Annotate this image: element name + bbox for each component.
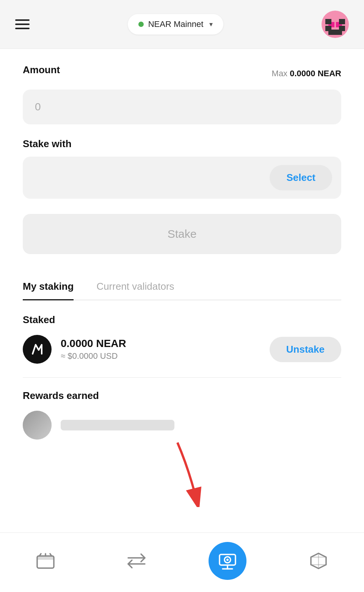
stake-button[interactable]: Stake: [23, 214, 341, 254]
avatar[interactable]: [322, 11, 349, 38]
nav-apps[interactable]: [296, 550, 341, 572]
staked-row: 0.0000 NEAR ≈ $0.0000 USD Unstake: [23, 335, 341, 364]
amount-label: Amount: [23, 64, 60, 76]
stake-nav-icon-active: [209, 542, 246, 580]
network-selector[interactable]: NEAR Mainnet ▾: [128, 14, 224, 35]
nav-stake[interactable]: [205, 542, 250, 580]
near-token-icon: [23, 335, 52, 364]
staked-near: 0.0000 NEAR: [61, 338, 126, 350]
nav-transfer[interactable]: [114, 550, 159, 572]
chevron-down-icon: ▾: [209, 20, 213, 28]
max-value: 0.0000 NEAR: [290, 69, 341, 78]
staked-usd: ≈ $0.0000 USD: [61, 351, 126, 361]
staked-amounts: 0.0000 NEAR ≈ $0.0000 USD: [61, 338, 126, 361]
nav-wallet[interactable]: [23, 550, 68, 572]
main-content: Amount Max 0.0000 NEAR Stake with Select…: [0, 49, 364, 500]
rewards-token-icon: [23, 411, 52, 440]
amount-header: Amount Max 0.0000 NEAR: [23, 64, 341, 83]
section-divider: [23, 377, 341, 378]
rewards-label: Rewards earned: [23, 390, 341, 402]
apps-icon: [308, 550, 329, 572]
select-validator-button[interactable]: Select: [270, 165, 332, 190]
network-status-dot: [138, 22, 144, 27]
bottom-navigation: [0, 532, 364, 592]
rewards-preview-row: [23, 411, 341, 440]
svg-point-10: [226, 559, 229, 561]
header: NEAR Mainnet ▾: [0, 0, 364, 49]
near-logo-svg: [29, 341, 46, 358]
menu-button[interactable]: [15, 19, 30, 29]
network-label: NEAR Mainnet: [148, 19, 204, 29]
avatar-image: [322, 11, 349, 38]
tab-my-staking[interactable]: My staking: [23, 274, 74, 300]
stake-with-label: Stake with: [23, 138, 341, 150]
stake-with-box: Select: [23, 157, 341, 199]
amount-input-box: [23, 90, 341, 124]
transfer-icon: [126, 550, 147, 572]
staked-info: 0.0000 NEAR ≈ $0.0000 USD: [23, 335, 126, 364]
tab-current-validators[interactable]: Current validators: [96, 274, 174, 300]
wallet-icon: [35, 550, 56, 572]
amount-input[interactable]: [35, 101, 329, 113]
staking-tabs: My staking Current validators: [23, 274, 341, 300]
max-label: Max 0.0000 NEAR: [272, 69, 341, 79]
unstake-button[interactable]: Unstake: [270, 337, 341, 362]
staked-label: Staked: [23, 314, 341, 326]
rewards-text-placeholder: [61, 420, 174, 430]
